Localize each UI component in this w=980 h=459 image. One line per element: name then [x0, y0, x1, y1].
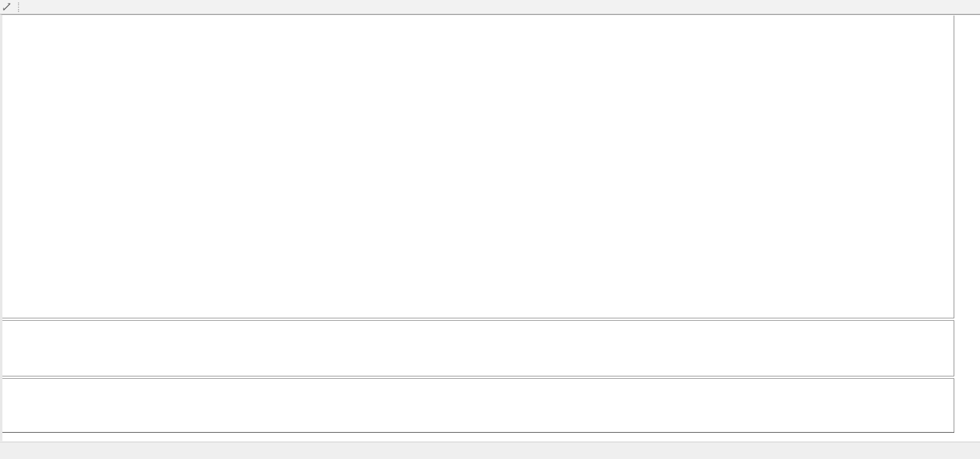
window-bottom-strip	[0, 456, 980, 459]
macd-chart	[2, 379, 954, 432]
candlestick-chart[interactable]	[2, 16, 954, 318]
price-axis[interactable]	[957, 16, 980, 442]
chart-tab-bar	[0, 442, 980, 457]
rsi-chart	[2, 321, 954, 376]
chart-window	[0, 14, 980, 441]
rsi-panel[interactable]	[2, 321, 954, 376]
chart-title	[7, 18, 14, 26]
main-chart-panel[interactable]	[2, 16, 954, 318]
timeframe-toolbar	[0, 0, 980, 14]
macd-panel[interactable]	[2, 379, 954, 432]
crosshair-line-tool-icon[interactable]	[2, 2, 13, 12]
toolbar-grip	[18, 2, 19, 12]
mt4-terminal: { "toolbar": { "timeframes": ["M1","M5",…	[0, 0, 980, 459]
